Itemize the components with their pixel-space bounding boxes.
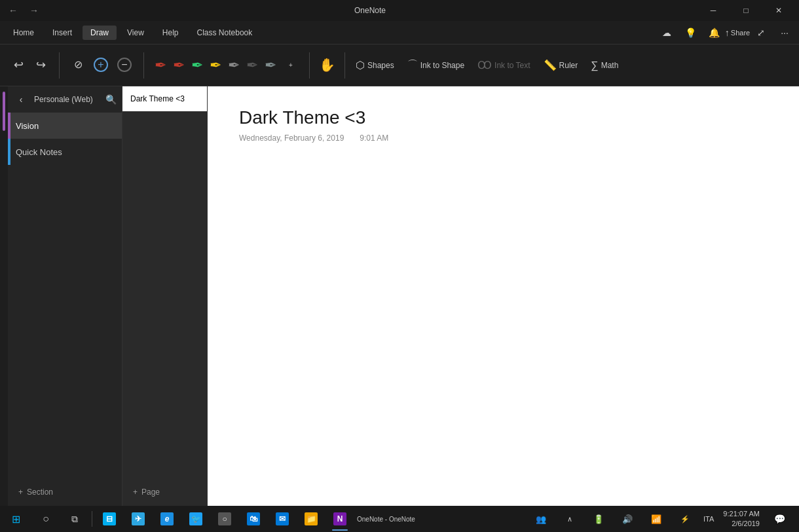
add-page-label: Page	[141, 488, 160, 497]
start-button[interactable]: ⊞	[0, 506, 31, 532]
bluetooth-icon[interactable]: ⚡	[671, 506, 699, 532]
language-button[interactable]: ITA	[699, 506, 718, 532]
ink-to-text-button[interactable]: Ꝏ Ink to Text	[472, 55, 535, 75]
pen-darkblue[interactable]: ✒	[244, 56, 261, 75]
mail-app-icon: ✉	[276, 512, 289, 525]
title-bar: ← → OneNote ─ □ ✕	[0, 0, 799, 21]
volume-icon[interactable]: 🔊	[613, 506, 642, 532]
onenote-app-icon: N	[333, 512, 346, 525]
ink-to-shape-icon: ⌒	[407, 58, 418, 72]
shapes-icon: ⬡	[356, 59, 365, 71]
notebook-indicator-strip	[0, 86, 8, 506]
taskbar-app-twitter[interactable]: 🐦	[181, 506, 210, 532]
pen-yellow[interactable]: ✒	[207, 56, 224, 75]
vision-indicator	[8, 113, 10, 139]
nav-back-button[interactable]: ←	[5, 3, 21, 18]
expand-icon[interactable]: ⤢	[752, 24, 770, 42]
battery-expand-icon[interactable]: ∧	[555, 506, 584, 532]
page-date: Wednesday, February 6, 2019	[239, 133, 344, 143]
menu-class-notebook[interactable]: Class Notebook	[189, 26, 261, 40]
add-mode-button[interactable]: +	[90, 55, 112, 76]
edge-app-icon: e	[160, 512, 174, 525]
taskbar-app-cortana[interactable]: ○	[210, 506, 239, 532]
cloud-icon[interactable]: ☁	[658, 24, 676, 42]
taskbar-app-explorer[interactable]: 📁	[297, 506, 325, 532]
people-icon[interactable]: 👥	[527, 506, 555, 532]
pen-nib-black: ✒	[228, 57, 240, 74]
wifi-icon[interactable]: 📶	[642, 506, 671, 532]
search-button[interactable]: 🔍	[105, 94, 117, 105]
page-item-dark-theme[interactable]: Dark Theme <3	[122, 86, 207, 112]
taskbar-app-windows[interactable]: ⊟	[95, 506, 124, 532]
pen-nib-gray: ✒	[265, 57, 276, 74]
pen-tools-group: ✒ ✒ ✒ ✒ ✒ ✒ ✒ +	[149, 56, 304, 75]
more-pens-button[interactable]: +	[280, 59, 301, 71]
minimize-button[interactable]: ─	[698, 0, 728, 21]
lightbulb-icon[interactable]: 💡	[681, 24, 699, 42]
page-content-area[interactable]: Dark Theme <3 Wednesday, February 6, 201…	[208, 86, 799, 506]
redo-button[interactable]: ↪	[30, 55, 51, 76]
battery-icon[interactable]: 🔋	[584, 506, 613, 532]
add-page-icon: +	[133, 488, 138, 497]
share-label: Share	[731, 29, 750, 37]
twitter-app-icon: 🐦	[189, 512, 202, 525]
ribbon-divider-4	[344, 52, 345, 79]
menu-insert[interactable]: Insert	[45, 26, 80, 40]
undo-button[interactable]: ↩	[8, 55, 29, 76]
menu-help[interactable]: Help	[155, 26, 187, 40]
notification-button[interactable]: 💬	[765, 506, 794, 532]
back-to-notebooks-button[interactable]: ‹	[13, 92, 29, 107]
task-view-button[interactable]: ⧉	[60, 506, 89, 532]
more-icon[interactable]: ···	[775, 24, 794, 42]
lasso-select-button[interactable]: ⊘	[67, 56, 88, 75]
pen-black[interactable]: ✒	[225, 56, 242, 75]
section-item-quicknotes[interactable]: Quick Notes	[8, 139, 122, 165]
windows-app-icon: ⊟	[103, 512, 116, 525]
pen-orange[interactable]: ✒	[170, 56, 187, 75]
taskbar-app-telegram[interactable]: ✈	[124, 506, 153, 532]
add-section-button[interactable]: + Section	[13, 484, 58, 501]
nav-forward-button[interactable]: →	[26, 3, 42, 18]
share-button[interactable]: ↑ Share	[728, 24, 747, 42]
taskbar-divider	[92, 511, 92, 527]
ink-to-text-label: Ink to Text	[494, 61, 530, 70]
menu-view[interactable]: View	[119, 26, 152, 40]
add-page-button[interactable]: + Page	[128, 484, 165, 501]
math-label: Math	[601, 61, 619, 70]
pen-red[interactable]: ✒	[152, 56, 169, 75]
ink-to-shape-button[interactable]: ⌒ Ink to Shape	[402, 54, 470, 76]
pen-nib-yellow: ✒	[210, 57, 221, 74]
section-item-vision[interactable]: Vision	[8, 113, 122, 139]
taskbar-app-edge[interactable]: e	[153, 506, 181, 532]
cortana-search[interactable]: ○	[31, 506, 60, 532]
plus-icon: +	[289, 62, 293, 69]
ink-to-text-icon: Ꝏ	[477, 59, 492, 71]
undo-icon: ↩	[14, 58, 24, 72]
ribbon-divider-2	[143, 52, 144, 79]
time-display: 9:21:07 AM	[723, 509, 760, 519]
redo-icon: ↪	[36, 58, 46, 72]
main-content-wrapper: ‹ Personale (Web) 🔍 Vision Quick Notes +…	[0, 86, 799, 506]
store-app-icon: 🛍	[247, 512, 260, 525]
menu-home[interactable]: Home	[5, 26, 42, 40]
touch-draw-button[interactable]: ✋	[315, 54, 339, 77]
menu-draw[interactable]: Draw	[83, 26, 117, 40]
pen-nib-red: ✒	[155, 57, 166, 74]
shapes-button[interactable]: ⬡ Shapes	[350, 55, 400, 75]
delete-mode-button[interactable]: −	[113, 55, 136, 76]
page-title: Dark Theme <3	[239, 107, 768, 128]
ruler-button[interactable]: 📏 Ruler	[538, 55, 584, 75]
bell-icon[interactable]: 🔔	[705, 24, 723, 42]
taskbar-app-store[interactable]: 🛍	[239, 506, 268, 532]
system-time[interactable]: 9:21:07 AM 2/6/2019	[718, 509, 765, 529]
pen-gray[interactable]: ✒	[262, 56, 279, 75]
math-button[interactable]: ∑ Math	[585, 56, 623, 75]
close-button[interactable]: ✕	[764, 0, 794, 21]
date-display: 2/6/2019	[723, 519, 760, 529]
taskbar-app-mail[interactable]: ✉	[268, 506, 297, 532]
taskbar-app-onenote[interactable]: N	[325, 506, 354, 532]
maximize-button[interactable]: □	[731, 0, 761, 21]
pen-green[interactable]: ✒	[189, 56, 206, 75]
page-time: 9:01 AM	[360, 133, 388, 143]
section-quicknotes-label: Quick Notes	[16, 147, 62, 157]
